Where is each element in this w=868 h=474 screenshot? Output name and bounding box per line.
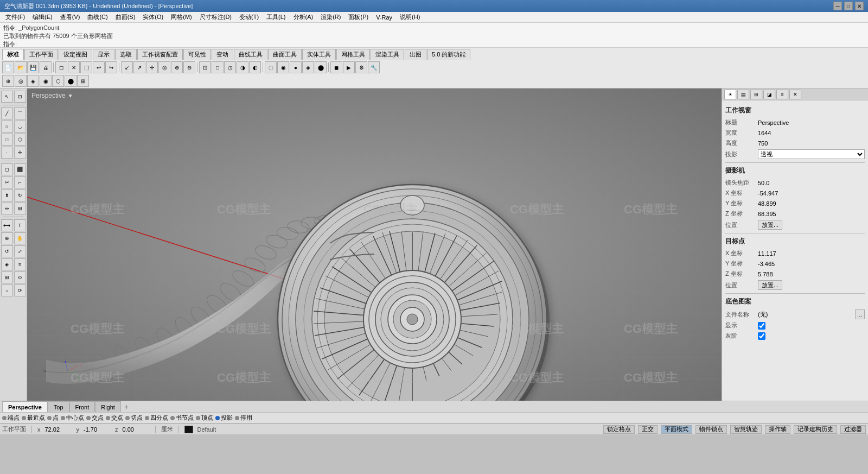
snap-tangent[interactable]: 切点	[125, 414, 143, 422]
curve-tool1[interactable]: ╱	[1, 108, 13, 119]
tb-btn-21[interactable]: ◉	[277, 61, 289, 73]
menu-item-E[interactable]: 编辑(E)	[29, 12, 56, 22]
tb2-btn-0[interactable]: ⊕	[2, 75, 14, 87]
menu-item-D[interactable]: 尺寸标注(D)	[196, 12, 235, 22]
tb2-btn-5[interactable]: ⬤	[65, 75, 76, 87]
tab-right[interactable]: Right	[95, 401, 121, 412]
status-gumball[interactable]: 操作轴	[765, 425, 790, 434]
tb-btn-17[interactable]: ◷	[224, 61, 236, 73]
tab-perspective[interactable]: Perspective	[2, 401, 48, 412]
tb-btn-20[interactable]: ◌	[265, 61, 277, 73]
tab-add[interactable]: +	[121, 401, 132, 412]
rotate-tool[interactable]: ↺	[1, 245, 13, 257]
status-obj-snap[interactable]: 物件锁点	[695, 425, 727, 434]
tb-btn-13[interactable]: ⊕	[171, 61, 183, 73]
text-tool[interactable]: T	[14, 219, 26, 231]
tb2-btn-1[interactable]: ◎	[15, 75, 27, 87]
rp-tab-layers[interactable]: ▤	[737, 90, 749, 99]
tb-btn-25[interactable]: ◼	[330, 61, 342, 73]
rp-tab-display[interactable]: ◪	[763, 90, 775, 99]
mirror-tool[interactable]: ⇔	[1, 203, 13, 214]
tb-btn-28[interactable]: 🔧	[368, 61, 380, 73]
tab-10[interactable]: 实体工具	[302, 49, 336, 60]
menu-item-F[interactable]: 文件(F)	[2, 12, 28, 22]
status-history[interactable]: 记录建构历史	[794, 425, 837, 434]
pan-tool[interactable]: ✋	[14, 232, 26, 244]
select-window-tool[interactable]: ⊡	[14, 91, 26, 103]
scale-tool[interactable]: ⤢	[14, 245, 26, 257]
tb2-btn-4[interactable]: ⬡	[52, 75, 64, 87]
viewport-arrow[interactable]: ▼	[68, 93, 73, 99]
point-tool[interactable]: ·	[1, 147, 13, 159]
curve-tool2[interactable]: ⌒	[14, 108, 26, 119]
close-button[interactable]: ✕	[855, 2, 864, 10]
tab-0[interactable]: 标准	[2, 49, 24, 60]
snap-projection[interactable]: 投影	[215, 414, 233, 422]
tab-3[interactable]: 显示	[93, 49, 114, 60]
rect-tool[interactable]: □	[1, 134, 13, 146]
array-tool[interactable]: ⊞	[14, 203, 26, 214]
menu-item-C[interactable]: 曲线(C)	[84, 12, 111, 22]
snap-quadrant[interactable]: 四分点	[145, 414, 168, 422]
tab-12[interactable]: 渲染工具	[371, 49, 404, 60]
tab-1[interactable]: 工作平面	[24, 49, 58, 60]
extrude-tool[interactable]: ⬆	[1, 189, 13, 201]
tab-8[interactable]: 曲线工具	[234, 49, 267, 60]
surface-tool[interactable]: ◻	[1, 163, 13, 175]
circle-tool[interactable]: ○	[1, 121, 13, 132]
select-tool[interactable]: ↖	[1, 91, 13, 103]
tb2-btn-2[interactable]: ◈	[27, 75, 39, 87]
trim-tool[interactable]: ✂	[1, 176, 13, 188]
tb-btn-18[interactable]: ◑	[237, 61, 248, 73]
tb-btn-19[interactable]: ◐	[249, 61, 261, 73]
tb-btn-6[interactable]: ⬚	[80, 61, 92, 73]
grid-tool[interactable]: ⊞	[1, 271, 13, 283]
polygon-tool[interactable]: ⬡	[14, 134, 26, 146]
tb-btn-11[interactable]: ✛	[146, 61, 158, 73]
minimize-button[interactable]: ─	[833, 2, 842, 10]
tab-top[interactable]: Top	[48, 401, 69, 412]
snap-midpoint[interactable]: 中心点	[61, 414, 84, 422]
menu-item-A[interactable]: 分析(A)	[290, 12, 317, 22]
menu-item-VRay[interactable]: V-Ray	[373, 13, 395, 22]
tab-9[interactable]: 曲面工具	[268, 49, 302, 60]
btn-cam-place[interactable]: 放置...	[758, 220, 782, 230]
tab-14[interactable]: 5.0 的新功能	[427, 49, 470, 60]
tb-btn-0[interactable]: 📄	[2, 61, 14, 73]
zoom-tool[interactable]: ⊕	[1, 232, 13, 244]
tab-2[interactable]: 设定视图	[59, 49, 92, 60]
command-line3[interactable]: 指令:	[3, 40, 865, 48]
tab-5[interactable]: 工作视窗配置	[137, 49, 183, 60]
tb-btn-5[interactable]: ✕	[68, 61, 80, 73]
checkbox-bg-show[interactable]	[758, 322, 765, 330]
menu-item-M[interactable]: 网格(M)	[168, 12, 195, 22]
history-tool[interactable]: ⟳	[14, 285, 26, 296]
snap-vertex[interactable]: 顶点	[196, 414, 213, 422]
tb-btn-14[interactable]: ⊖	[183, 61, 195, 73]
tb-btn-16[interactable]: □	[212, 61, 224, 73]
viewport[interactable]: Perspective ▼	[27, 89, 722, 401]
tb-btn-24[interactable]: ⬤	[315, 61, 327, 73]
menu-item-T[interactable]: 变动(T)	[236, 12, 262, 22]
tab-6[interactable]: 可见性	[183, 49, 211, 60]
status-plane-mode[interactable]: 平面模式	[661, 425, 692, 434]
maximize-button[interactable]: □	[844, 2, 853, 10]
tb-btn-8[interactable]: ↪	[105, 61, 117, 73]
tb-btn-7[interactable]: ↩	[93, 61, 105, 73]
tb-btn-23[interactable]: ◈	[302, 61, 314, 73]
move-tool[interactable]: ✛	[14, 147, 26, 159]
snap-disabled[interactable]: 停用	[235, 414, 252, 422]
btn-tgt-place[interactable]: 放置...	[758, 280, 782, 290]
select-projection[interactable]: 透视 平行	[758, 149, 865, 159]
snap-point[interactable]: 点	[47, 414, 59, 422]
tb-btn-4[interactable]: ◻	[55, 61, 67, 73]
menu-item-V[interactable]: 查看(V)	[57, 12, 84, 22]
tb-btn-3[interactable]: 🖨	[40, 61, 52, 73]
tab-11[interactable]: 网格工具	[336, 49, 370, 60]
revolve-tool[interactable]: ↻	[14, 189, 26, 201]
tb-btn-22[interactable]: ●	[290, 61, 302, 73]
tab-7[interactable]: 变动	[212, 49, 233, 60]
menu-item-R[interactable]: 渲染(R)	[317, 12, 344, 22]
snap-nearest[interactable]: 最近点	[22, 414, 45, 422]
menu-item-P[interactable]: 面板(P)	[345, 12, 372, 22]
